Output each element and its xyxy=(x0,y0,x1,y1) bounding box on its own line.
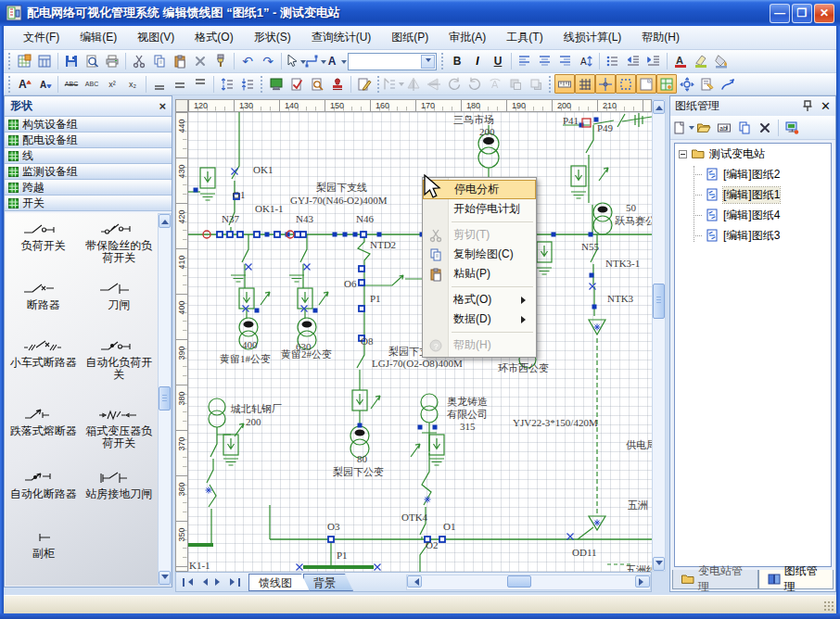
letter-spacing-button[interactable]: ABC xyxy=(82,74,102,94)
shape-group-4[interactable]: 跨越 xyxy=(5,180,172,196)
scroll-thumb[interactable] xyxy=(507,575,531,587)
shapes-scrollbar[interactable] xyxy=(158,213,172,586)
canvas-vertical-scrollbar[interactable] xyxy=(652,99,666,572)
view-background-button[interactable] xyxy=(656,74,677,94)
text-tool-button[interactable]: A xyxy=(325,52,346,71)
panel-tab-0[interactable]: 变电站管理 xyxy=(672,570,758,589)
undo-button[interactable]: ↶ xyxy=(237,52,258,71)
delete-sheet-button[interactable] xyxy=(755,118,775,137)
chevron-down-icon[interactable] xyxy=(421,55,435,69)
tree-item-sheet-0[interactable]: [编辑]图纸2 xyxy=(675,164,831,184)
connector-button[interactable] xyxy=(305,52,325,71)
delete-button[interactable] xyxy=(190,52,210,71)
vertical-text-button[interactable]: A xyxy=(576,52,596,71)
menu-item-10[interactable]: 帮助(H) xyxy=(631,27,690,48)
pointer-button[interactable] xyxy=(285,52,305,71)
bring-front-button[interactable] xyxy=(505,74,526,94)
edit-note-button[interactable] xyxy=(354,74,375,94)
toolbar-grip[interactable] xyxy=(439,53,444,69)
indent-button[interactable] xyxy=(643,52,664,71)
save-button[interactable] xyxy=(61,52,82,71)
copy-sheet-button[interactable] xyxy=(734,118,755,137)
shape-item-load-switch[interactable]: 负荷开关 xyxy=(6,217,82,276)
shape-item-auto-load-switch[interactable]: 自动化负荷开关 xyxy=(82,334,158,402)
context-menu-item-8[interactable]: 数据(D) xyxy=(423,310,536,329)
scroll-up-icon[interactable] xyxy=(653,100,665,114)
shape-item-station-ground-switch[interactable]: 站房接地刀闸 xyxy=(82,465,158,524)
connector-line-button[interactable] xyxy=(718,74,738,94)
collapse-icon[interactable] xyxy=(679,150,687,158)
menu-item-4[interactable]: 形状(S) xyxy=(244,27,301,48)
print-button[interactable] xyxy=(102,52,122,71)
tree-item-sheet-2[interactable]: [编辑]图纸4 xyxy=(675,205,831,225)
open-sheet-button[interactable] xyxy=(694,118,714,137)
align-right-button[interactable] xyxy=(555,52,576,71)
rotate-right-button[interactable] xyxy=(465,74,485,94)
menu-item-9[interactable]: 线损计算(L) xyxy=(554,27,632,48)
scroll-right-icon[interactable] xyxy=(635,575,650,587)
para-space-inc-button[interactable] xyxy=(217,74,237,94)
shape-group-2[interactable]: 线 xyxy=(5,148,172,164)
scroll-down-icon[interactable] xyxy=(653,557,665,571)
toolbar-grip[interactable] xyxy=(375,76,380,93)
shape-group-1[interactable]: 配电设备组 xyxy=(5,133,172,148)
shape-item-side-cabinet[interactable]: 副柜 xyxy=(6,524,82,576)
align-left-button[interactable] xyxy=(515,52,535,71)
page-tab-0[interactable]: 馈线图 xyxy=(248,574,310,591)
scroll-thumb[interactable] xyxy=(159,386,171,411)
properties-button[interactable] xyxy=(697,74,718,94)
scroll-left-icon[interactable] xyxy=(407,575,422,587)
shape-group-3[interactable]: 监测设备组 xyxy=(5,164,172,180)
toolbar-grip[interactable] xyxy=(547,76,552,93)
menu-item-6[interactable]: 图纸(P) xyxy=(381,27,439,48)
shape-item-auto-breaker[interactable]: 自动化断路器 xyxy=(6,465,82,524)
rotate-left-button[interactable] xyxy=(444,74,465,94)
last-page-button[interactable] xyxy=(227,575,243,590)
flip-h-button[interactable] xyxy=(403,74,424,94)
feeder-diagram-canvas[interactable]: 三鸟市场200P41P49OK1O1OK1-1梨园下支线GYJ-70(N46-O… xyxy=(188,112,652,572)
font-color-button[interactable]: A xyxy=(670,52,691,71)
shape-align-button[interactable] xyxy=(383,74,403,94)
para-space-dec-button[interactable] xyxy=(237,74,258,94)
previous-page-button[interactable] xyxy=(196,575,211,590)
line-spacing-2-button[interactable] xyxy=(170,74,190,94)
first-page-button[interactable] xyxy=(180,575,196,590)
shape-item-truck-breaker[interactable]: 小车式断路器 xyxy=(6,334,82,402)
shape-item-dropout-fuse[interactable]: 跌落式熔断器 xyxy=(6,402,82,465)
pan-zoom-button[interactable] xyxy=(677,74,697,94)
rename-sheet-button[interactable]: ab xyxy=(714,118,734,137)
line-spacing-3-button[interactable] xyxy=(190,74,210,94)
close-icon[interactable]: ✕ xyxy=(821,99,831,113)
new-drawing-button[interactable] xyxy=(14,52,34,71)
underline-button[interactable]: U xyxy=(488,52,508,71)
paste-button[interactable] xyxy=(170,52,190,71)
report-table-button[interactable] xyxy=(34,52,55,71)
menu-item-0[interactable]: 文件(F) xyxy=(13,27,70,48)
shape-item-fused-load-switch[interactable]: 带保险丝的负荷开关 xyxy=(82,217,158,276)
close-icon[interactable]: × xyxy=(159,100,166,112)
context-menu-item-7[interactable]: 格式(O) xyxy=(423,290,536,310)
new-sheet-button[interactable] xyxy=(673,118,694,137)
copy-button[interactable] xyxy=(149,52,170,71)
toolbar-grip[interactable] xyxy=(6,53,11,69)
bold-button[interactable]: B xyxy=(447,52,467,71)
scroll-up-icon[interactable] xyxy=(159,214,171,228)
find-shape-button[interactable] xyxy=(307,74,327,94)
approve-check-button[interactable] xyxy=(286,74,307,94)
superscript-button[interactable]: x² xyxy=(102,74,122,94)
flip-v-button[interactable] xyxy=(424,74,444,94)
italic-button[interactable]: I xyxy=(467,52,488,71)
toolbar-grip[interactable] xyxy=(6,76,11,93)
rotate-text-button[interactable]: A xyxy=(485,74,505,94)
font-decrease-button[interactable]: A xyxy=(34,74,55,94)
minimize-button[interactable]: — xyxy=(770,4,790,23)
outdent-button[interactable] xyxy=(623,52,643,71)
station-view-button[interactable] xyxy=(782,118,802,137)
tree-item-sheet-1[interactable]: [编辑]图纸1 xyxy=(675,184,831,205)
toolbar-grip[interactable] xyxy=(259,76,263,93)
bullets-button[interactable] xyxy=(603,52,623,71)
close-button[interactable]: ✕ xyxy=(814,4,834,23)
shape-item-box-transformer-switch[interactable]: 箱式变压器负荷开关 xyxy=(82,402,158,465)
cut-button[interactable] xyxy=(129,52,149,71)
menu-item-8[interactable]: 工具(T) xyxy=(496,27,553,48)
